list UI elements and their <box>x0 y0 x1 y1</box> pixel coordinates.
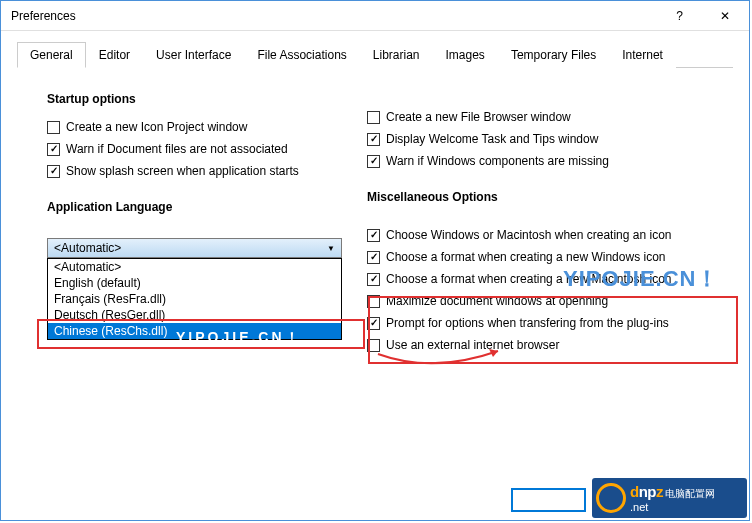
chevron-down-icon: ▼ <box>327 244 335 253</box>
content: General Editor User Interface File Assoc… <box>1 31 749 370</box>
checkbox-label[interactable]: Show splash screen when application star… <box>66 164 299 178</box>
checkbox-warn-assoc[interactable] <box>47 143 60 156</box>
tab-internet[interactable]: Internet <box>609 42 676 68</box>
checkbox-label[interactable]: Display Welcome Task and Tips window <box>386 132 598 146</box>
checkbox-splash[interactable] <box>47 165 60 178</box>
dropdown-item-french[interactable]: Français (ResFra.dll) <box>48 291 341 307</box>
startup-right: Create a new File Browser window Display… <box>367 82 733 360</box>
dropdown-item-english[interactable]: English (default) <box>48 275 341 291</box>
logo-circle-icon <box>596 483 626 513</box>
dropdown-selected[interactable]: <Automatic> ▼ <box>47 238 342 258</box>
dnpz-logo: dnpz 电脑配置网 .net <box>592 478 747 518</box>
checkbox-prompt-plugins[interactable] <box>367 317 380 330</box>
tab-images[interactable]: Images <box>433 42 498 68</box>
dropdown-item-auto[interactable]: <Automatic> <box>48 259 341 275</box>
startup-columns: Startup options Create a new Icon Projec… <box>17 82 733 360</box>
tab-file-assoc[interactable]: File Associations <box>244 42 359 68</box>
startup-row: Create a new File Browser window <box>367 110 733 124</box>
close-button[interactable]: ✕ <box>702 2 747 30</box>
logo-main: dnpz <box>630 483 663 500</box>
titlebar: Preferences ? ✕ <box>1 1 749 31</box>
checkbox-label[interactable]: Warn if Windows components are missing <box>386 154 609 168</box>
checkbox-choose-os[interactable] <box>367 229 380 242</box>
checkbox-file-browser[interactable] <box>367 111 380 124</box>
tab-temp[interactable]: Temporary Files <box>498 42 609 68</box>
startup-row: Warn if Document files are not associate… <box>47 142 367 156</box>
help-button[interactable]: ? <box>657 2 702 30</box>
window-title: Preferences <box>11 9 76 23</box>
misc-row: Choose a format when creating a new Maci… <box>367 272 733 286</box>
logo-sub: .net <box>630 501 715 513</box>
checkbox-create-icon-window[interactable] <box>47 121 60 134</box>
checkbox-warn-components[interactable] <box>367 155 380 168</box>
checkbox-ext-browser[interactable] <box>367 339 380 352</box>
misc-title: Miscellaneous Options <box>367 190 733 204</box>
checkbox-format-mac[interactable] <box>367 273 380 286</box>
startup-title: Startup options <box>47 92 367 106</box>
checkbox-label[interactable]: Use an external internet browser <box>386 338 559 352</box>
tab-librarian[interactable]: Librarian <box>360 42 433 68</box>
startup-row: Show splash screen when application star… <box>47 164 367 178</box>
dropdown-selected-text: <Automatic> <box>54 241 121 255</box>
checkbox-label[interactable]: Choose a format when creating a new Maci… <box>386 272 672 286</box>
tab-general[interactable]: General <box>17 42 86 68</box>
logo-cn: 电脑配置网 <box>665 487 715 501</box>
misc-row: Maximize document windows at openning <box>367 294 733 308</box>
tab-strip: General Editor User Interface File Assoc… <box>17 41 733 68</box>
dropdown-item-chinese[interactable]: Chinese (ResChs.dll) <box>48 323 341 339</box>
startup-row: Display Welcome Task and Tips window <box>367 132 733 146</box>
misc-row: Prompt for options when transfering from… <box>367 316 733 330</box>
checkbox-welcome[interactable] <box>367 133 380 146</box>
checkbox-label[interactable]: Maximize document windows at openning <box>386 294 608 308</box>
ok-button[interactable] <box>511 488 586 512</box>
misc-row: Choose a format when creating a new Wind… <box>367 250 733 264</box>
language-dropdown[interactable]: <Automatic> ▼ <Automatic> English (defau… <box>47 238 367 258</box>
lang-title: Application Language <box>47 200 367 214</box>
checkbox-maximize[interactable] <box>367 295 380 308</box>
startup-left: Startup options Create a new Icon Projec… <box>17 82 367 360</box>
checkbox-label[interactable]: Create a new File Browser window <box>386 110 571 124</box>
startup-row: Warn if Windows components are missing <box>367 154 733 168</box>
titlebar-buttons: ? ✕ <box>657 2 747 30</box>
checkbox-label[interactable]: Choose Windows or Macintosh when creatin… <box>386 228 671 242</box>
misc-row: Use an external internet browser <box>367 338 733 352</box>
dropdown-item-german[interactable]: Deutsch (ResGer.dll) <box>48 307 341 323</box>
startup-row: Create a new Icon Project window <box>47 120 367 134</box>
preferences-window: Preferences ? ✕ General Editor User Inte… <box>0 0 750 521</box>
checkbox-label[interactable]: Choose a format when creating a new Wind… <box>386 250 665 264</box>
checkbox-label[interactable]: Create a new Icon Project window <box>66 120 247 134</box>
dropdown-list: <Automatic> English (default) Français (… <box>47 258 342 340</box>
tab-ui[interactable]: User Interface <box>143 42 244 68</box>
checkbox-label[interactable]: Prompt for options when transfering from… <box>386 316 669 330</box>
misc-row: Choose Windows or Macintosh when creatin… <box>367 228 733 242</box>
checkbox-format-win[interactable] <box>367 251 380 264</box>
checkbox-label[interactable]: Warn if Document files are not associate… <box>66 142 288 156</box>
tab-editor[interactable]: Editor <box>86 42 143 68</box>
logo-text: dnpz 电脑配置网 .net <box>630 483 715 513</box>
